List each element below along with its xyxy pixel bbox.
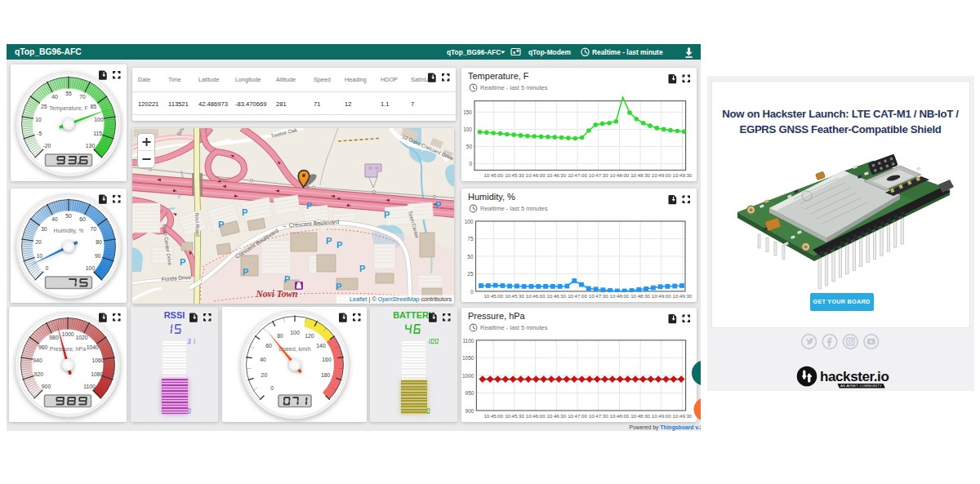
svg-text:10:47:30: 10:47:30 [589, 413, 608, 419]
svg-text:20: 20 [261, 371, 267, 377]
svg-text:40: 40 [260, 357, 266, 362]
svg-text:P: P [180, 257, 185, 267]
svg-text:1050: 1050 [462, 355, 474, 361]
svg-text:115: 115 [93, 131, 102, 136]
svg-text:Novi Town: Novi Town [255, 289, 297, 299]
svg-text:100: 100 [86, 265, 96, 271]
svg-text:10:49:00: 10:49:00 [652, 172, 671, 178]
svg-text:80: 80 [277, 333, 283, 339]
svg-text:Pressure, hPa: Pressure, hPa [50, 346, 86, 352]
svg-text:P: P [435, 200, 441, 210]
svg-text:70: 70 [91, 225, 97, 231]
svg-text:10:46:00: 10:46:00 [526, 293, 546, 299]
svg-text:1000: 1000 [462, 373, 474, 379]
svg-text:10:48:30: 10:48:30 [630, 293, 650, 299]
svg-text:70: 70 [79, 94, 86, 100]
svg-text:10:49:00: 10:49:00 [652, 413, 671, 419]
svg-text:80: 80 [96, 238, 102, 244]
svg-text:0: 0 [470, 288, 474, 294]
svg-text:100: 100 [463, 127, 472, 132]
svg-text:25: 25 [41, 104, 47, 109]
svg-text:10:47:00: 10:47:00 [568, 172, 587, 178]
svg-text:10:48:00: 10:48:00 [610, 293, 630, 299]
svg-text:90: 90 [95, 253, 101, 259]
svg-text:950: 950 [466, 390, 474, 396]
svg-text:50: 50 [466, 144, 473, 149]
svg-text:100: 100 [465, 218, 474, 224]
svg-text:1040: 1040 [87, 344, 99, 349]
svg-text:900: 900 [466, 408, 474, 414]
svg-text:10:45:30: 10:45:30 [505, 172, 524, 178]
svg-text:1100: 1100 [83, 384, 96, 389]
svg-text:hackster.io: hackster.io [820, 369, 889, 384]
svg-text:55: 55 [65, 91, 72, 96]
svg-text:P: P [336, 240, 342, 250]
svg-text:50: 50 [467, 253, 474, 259]
svg-text:120: 120 [305, 333, 314, 339]
svg-text:Leaflet | © OpenStreetMap cont: Leaflet | © OpenStreetMap contributors [350, 295, 452, 303]
svg-text:-20: -20 [43, 143, 51, 149]
svg-text:180: 180 [320, 371, 330, 377]
svg-text:10:47:00: 10:47:00 [568, 293, 587, 299]
svg-text:20: 20 [35, 238, 42, 244]
svg-text:10:46:00: 10:46:00 [526, 413, 546, 419]
svg-text:Novi Road: Novi Road [194, 213, 201, 238]
svg-text:10:45:00: 10:45:00 [483, 293, 503, 299]
svg-text:980: 980 [49, 335, 59, 340]
svg-text:60: 60 [265, 343, 272, 349]
svg-text:10:47:30: 10:47:30 [589, 293, 608, 299]
svg-text:30: 30 [41, 225, 47, 231]
svg-text:-5: -5 [37, 131, 42, 136]
svg-text:10:45:30: 10:45:30 [505, 293, 524, 299]
svg-text:85: 85 [91, 104, 97, 109]
svg-text:10: 10 [35, 117, 42, 122]
svg-text:1080: 1080 [91, 371, 103, 377]
svg-text:10:49:00: 10:49:00 [652, 293, 671, 299]
svg-text:900: 900 [42, 384, 51, 389]
svg-text:10:45:00: 10:45:00 [483, 172, 503, 178]
svg-text:P: P [336, 282, 341, 291]
svg-text:10:46:30: 10:46:30 [546, 293, 566, 299]
svg-text:50: 50 [65, 213, 72, 219]
svg-text:AN AVNET COMMUNITY: AN AVNET COMMUNITY [840, 384, 882, 388]
svg-text:160: 160 [322, 357, 332, 362]
svg-text:10:47:00: 10:47:00 [568, 413, 587, 419]
svg-text:75: 75 [467, 236, 474, 242]
svg-text:10:45:00: 10:45:00 [483, 413, 503, 419]
svg-text:920: 920 [34, 371, 44, 377]
svg-text:P: P [242, 207, 247, 217]
svg-text:I92: I92 [407, 206, 414, 211]
svg-text:1060: 1060 [91, 357, 104, 362]
svg-text:10:49:30: 10:49:30 [673, 172, 693, 178]
svg-text:10:46:00: 10:46:00 [526, 172, 546, 178]
svg-text:P: P [359, 264, 365, 273]
svg-text:10: 10 [37, 253, 43, 259]
svg-text:10:47:30: 10:47:30 [589, 172, 608, 178]
svg-text:10:48:00: 10:48:00 [610, 172, 630, 178]
svg-text:10:48:30: 10:48:30 [630, 172, 650, 178]
svg-text:960: 960 [38, 344, 48, 349]
svg-text:25: 25 [467, 271, 474, 277]
svg-text:10:46:30: 10:46:30 [546, 172, 566, 178]
svg-text:100: 100 [94, 117, 104, 122]
svg-text:140: 140 [316, 343, 326, 349]
svg-text:10:48:00: 10:48:00 [610, 413, 630, 419]
svg-text:Realtime - last 5 minutes: Realtime - last 5 minutes [480, 84, 548, 91]
svg-text:40: 40 [51, 94, 58, 100]
svg-text:1020: 1020 [75, 335, 87, 340]
svg-text:150: 150 [463, 109, 472, 115]
svg-text:0: 0 [270, 384, 274, 390]
svg-text:940: 940 [33, 357, 42, 362]
svg-text:Realtime - last 5 minutes: Realtime - last 5 minutes [480, 324, 548, 331]
svg-text:10:49:30: 10:49:30 [673, 413, 693, 419]
svg-text:P: P [218, 220, 224, 229]
svg-text:1100: 1100 [462, 338, 474, 344]
svg-text:0: 0 [469, 161, 472, 167]
svg-text:100: 100 [290, 330, 300, 335]
svg-text:0: 0 [46, 265, 49, 271]
svg-text:10:45:30: 10:45:30 [505, 413, 524, 419]
svg-text:P: P [306, 201, 312, 211]
svg-text:10:49:30: 10:49:30 [673, 293, 693, 299]
svg-text:P: P [284, 274, 290, 284]
svg-text:10:48:30: 10:48:30 [630, 413, 650, 419]
